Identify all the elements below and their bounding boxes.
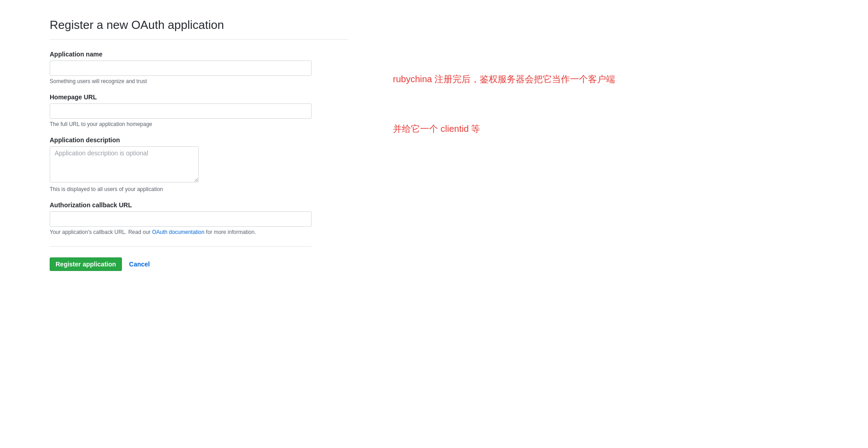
homepage-url-input[interactable] — [50, 103, 312, 119]
callback-url-hint-suffix: for more information. — [205, 229, 256, 235]
form-actions: Register application Cancel — [50, 257, 348, 271]
annotation-section: rubychina 注册完后，鉴权服务器会把它当作一个客户端 并给它一个 cli… — [366, 18, 868, 430]
app-description-hint: This is displayed to all users of your a… — [50, 186, 348, 192]
oauth-docs-link[interactable]: OAuth documentation — [152, 229, 205, 235]
app-description-group: Application description This is displaye… — [50, 136, 348, 192]
form-bottom-divider — [50, 246, 312, 247]
callback-url-hint-prefix: Your application's callback URL. Read ou… — [50, 229, 152, 235]
app-name-label: Application name — [50, 51, 348, 58]
callback-url-group: Authorization callback URL Your applicat… — [50, 201, 348, 235]
app-name-input[interactable] — [50, 61, 312, 76]
callback-url-input[interactable] — [50, 211, 312, 227]
page-title: Register a new OAuth application — [50, 18, 348, 32]
app-name-hint: Something users will recognize and trust — [50, 78, 348, 84]
homepage-url-hint: The full URL to your application homepag… — [50, 121, 348, 127]
callback-url-hint: Your application's callback URL. Read ou… — [50, 229, 348, 235]
register-application-button[interactable]: Register application — [50, 257, 122, 271]
annotation-text-2: 并给它一个 clientid 等 — [393, 122, 868, 135]
app-description-label: Application description — [50, 136, 348, 144]
app-name-group: Application name Something users will re… — [50, 51, 348, 84]
homepage-url-group: Homepage URL The full URL to your applic… — [50, 93, 348, 127]
annotation-text-1: rubychina 注册完后，鉴权服务器会把它当作一个客户端 — [393, 72, 868, 86]
homepage-url-label: Homepage URL — [50, 93, 348, 101]
title-divider — [50, 39, 348, 40]
callback-url-label: Authorization callback URL — [50, 201, 348, 209]
cancel-button[interactable]: Cancel — [129, 261, 150, 268]
app-description-textarea[interactable] — [50, 146, 199, 182]
